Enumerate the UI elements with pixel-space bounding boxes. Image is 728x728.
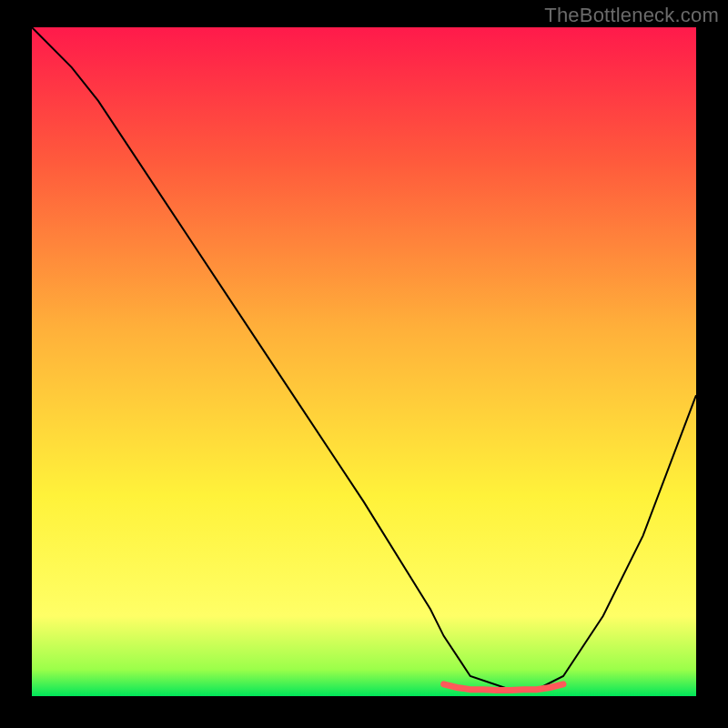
chart-frame: TheBottleneck.com [0,0,728,728]
chart-svg [32,27,696,696]
chart-background [32,27,696,696]
watermark-text: TheBottleneck.com [544,4,719,27]
chart-plot [32,27,696,696]
